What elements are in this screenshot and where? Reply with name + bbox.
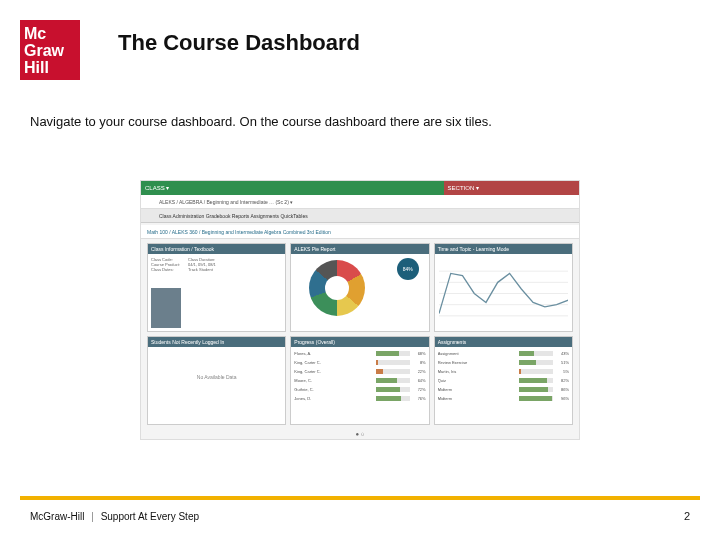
tile-time-topic[interactable]: Time and Topic - Learning Mode bbox=[434, 243, 573, 332]
row-name: Review Exercise bbox=[438, 360, 517, 365]
logo-line: Mc bbox=[24, 25, 76, 42]
tile-heading: ALEKS Pie Report bbox=[291, 244, 428, 254]
tile-heading: Progress (Overall) bbox=[291, 337, 428, 347]
row-name: Midterm bbox=[438, 396, 517, 401]
logo-line: Hill bbox=[24, 59, 76, 76]
footer-accent-bar bbox=[20, 496, 700, 500]
row-percent: 76% bbox=[412, 396, 426, 401]
row-percent: 43% bbox=[555, 351, 569, 356]
list-item: Jones, D.76% bbox=[294, 394, 425, 402]
row-percent: 8% bbox=[412, 360, 426, 365]
page-title: The Course Dashboard bbox=[118, 30, 360, 56]
progress-bar bbox=[376, 351, 410, 356]
row-percent: 64% bbox=[412, 378, 426, 383]
list-item: King, Carter C.8% bbox=[294, 358, 425, 366]
row-name: Flores, A. bbox=[294, 351, 373, 356]
dashboard-screenshot: CLASS ▾ SECTION ▾ ALEKS / ALGEBRA / Begi… bbox=[140, 180, 580, 440]
list-item: Assignment43% bbox=[438, 349, 569, 357]
progress-bar bbox=[376, 396, 410, 401]
tile-class-overview[interactable]: Class Information / Textbook Class Code:… bbox=[147, 243, 286, 332]
slide: Mc Graw Hill The Course Dashboard Naviga… bbox=[0, 0, 720, 540]
label: Track Student bbox=[188, 267, 282, 272]
progress-bar bbox=[519, 351, 553, 356]
row-percent: 86% bbox=[555, 387, 569, 392]
line-chart bbox=[439, 260, 568, 327]
tile-pie-report[interactable]: ALEKS Pie Report 84% bbox=[290, 243, 429, 332]
overview-right-col: Class Duration: 04/1, 09/1, 08/1 Track S… bbox=[188, 257, 282, 272]
row-percent: 68% bbox=[412, 351, 426, 356]
row-name: Assignment bbox=[438, 351, 517, 356]
tile-heading: Time and Topic - Learning Mode bbox=[435, 244, 572, 254]
row-name: Martin, Iris bbox=[438, 369, 517, 374]
list-item: Martin, Iris5% bbox=[438, 367, 569, 375]
tile-heading: Students Not Recently Logged In bbox=[148, 337, 285, 347]
list-item: Flores, A.68% bbox=[294, 349, 425, 357]
progress-bar bbox=[376, 360, 410, 365]
progress-list: Flores, A.68%King, Carter C.8%King, Cart… bbox=[294, 349, 425, 422]
brand-logo: Mc Graw Hill bbox=[20, 20, 80, 80]
progress-bar bbox=[519, 369, 553, 374]
section-dropdown[interactable]: SECTION ▾ bbox=[444, 181, 579, 195]
progress-bar bbox=[376, 378, 410, 383]
textbook-thumbnail bbox=[151, 288, 181, 328]
tile-not-logged-in[interactable]: Students Not Recently Logged In No Avail… bbox=[147, 336, 286, 425]
row-percent: 82% bbox=[555, 378, 569, 383]
list-item: Review Exercise51% bbox=[438, 358, 569, 366]
progress-list: Assignment43%Review Exercise51%Martin, I… bbox=[438, 349, 569, 422]
pager-dots[interactable]: ● ○ bbox=[141, 431, 579, 437]
tile-assignments[interactable]: Assignments Assignment43%Review Exercise… bbox=[434, 336, 573, 425]
row-name: Quiz bbox=[438, 378, 517, 383]
footer-separator: | bbox=[91, 511, 94, 522]
row-percent: 22% bbox=[412, 369, 426, 374]
row-name: Midterm bbox=[438, 387, 517, 392]
score-badge: 84% bbox=[397, 258, 419, 280]
tile-heading: Class Information / Textbook bbox=[148, 244, 285, 254]
footer-text: McGraw-Hill | Support At Every Step bbox=[30, 511, 199, 522]
list-item: Midterm86% bbox=[438, 385, 569, 393]
row-percent: 5% bbox=[555, 369, 569, 374]
logo-line: Graw bbox=[24, 42, 76, 59]
progress-bar bbox=[376, 387, 410, 392]
pie-chart-icon bbox=[309, 260, 365, 316]
footer-brand: McGraw-Hill bbox=[30, 511, 84, 522]
nav-tabs[interactable]: Class Administration Gradebook Reports A… bbox=[141, 209, 579, 223]
page-number: 2 bbox=[684, 510, 690, 522]
breadcrumb[interactable]: ALEKS / ALGEBRA / Beginning and Intermed… bbox=[141, 195, 579, 209]
tile-heading: Assignments bbox=[435, 337, 572, 347]
body-paragraph: Navigate to your course dashboard. On th… bbox=[30, 114, 492, 129]
row-name: King, Carter C. bbox=[294, 360, 373, 365]
progress-bar bbox=[519, 396, 553, 401]
progress-bar bbox=[376, 369, 410, 374]
list-item: Quiz82% bbox=[438, 376, 569, 384]
list-item: Midterm96% bbox=[438, 394, 569, 402]
course-title-line: Math 100 / ALEKS 360 / Beginning and Int… bbox=[141, 225, 579, 239]
list-item: Moore, C.64% bbox=[294, 376, 425, 384]
row-percent: 51% bbox=[555, 360, 569, 365]
progress-bar bbox=[519, 378, 553, 383]
list-item: King, Carter C.22% bbox=[294, 367, 425, 375]
class-dropdown[interactable]: CLASS ▾ bbox=[141, 181, 452, 195]
row-name: Jones, D. bbox=[294, 396, 373, 401]
footer-tagline: Support At Every Step bbox=[101, 511, 199, 522]
progress-bar bbox=[519, 360, 553, 365]
row-percent: 96% bbox=[555, 396, 569, 401]
tile-progress-overall[interactable]: Progress (Overall) Flores, A.68%King, Ca… bbox=[290, 336, 429, 425]
row-percent: 72% bbox=[412, 387, 426, 392]
row-name: Moore, C. bbox=[294, 378, 373, 383]
row-name: King, Carter C. bbox=[294, 369, 373, 374]
tiles-grid: Class Information / Textbook Class Code:… bbox=[147, 243, 573, 425]
progress-bar bbox=[519, 387, 553, 392]
row-name: Guthrie, C. bbox=[294, 387, 373, 392]
empty-state: No Available Data bbox=[151, 374, 282, 380]
list-item: Guthrie, C.72% bbox=[294, 385, 425, 393]
